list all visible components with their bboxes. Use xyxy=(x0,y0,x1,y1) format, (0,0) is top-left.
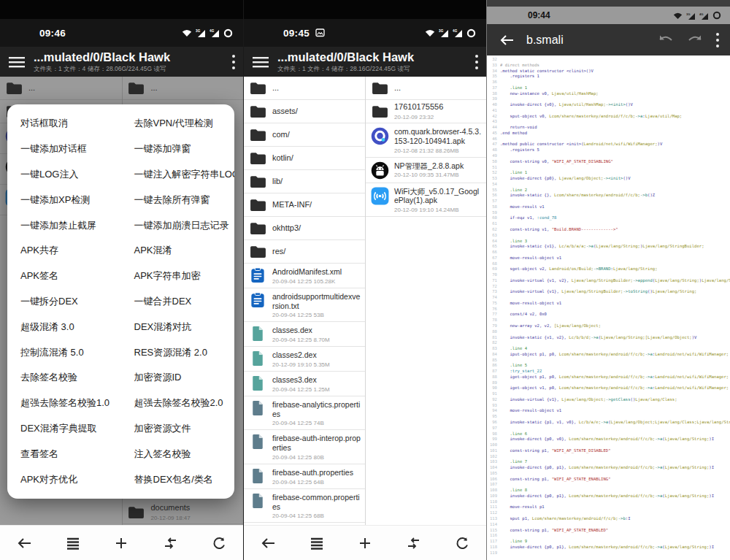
file-row[interactable]: classes2.dex20-12-09 19:10 5.35M xyxy=(244,347,365,372)
file-row[interactable]: firebase-auth-interop.properties20-09-04… xyxy=(244,430,365,464)
hamburger-menu-icon[interactable] xyxy=(253,56,269,68)
menu-item[interactable]: 一键拆分DEX xyxy=(20,289,121,314)
menu-item[interactable]: 替换DEX包名/类名 xyxy=(134,467,235,492)
menu-item[interactable]: APK对齐优化 xyxy=(20,467,121,492)
code-text: invoke-static {v1}, Lc/a/b/a/a;->a(Ljava… xyxy=(500,244,730,250)
kebab-menu-icon[interactable] xyxy=(474,54,479,70)
line-number: 35 xyxy=(487,74,500,80)
file-row[interactable]: classes.dex20-09-04 12:25 8.70M xyxy=(244,322,365,347)
menu-item[interactable]: 加密资源ID xyxy=(134,365,235,390)
menu-item[interactable]: 一键添加禁止截屏 xyxy=(20,213,121,238)
top-gray-strip xyxy=(487,0,730,7)
menu-item[interactable]: 注入签名校验 xyxy=(134,442,235,467)
back-icon[interactable] xyxy=(260,535,276,551)
line-number: 81 xyxy=(487,335,500,341)
menu-item[interactable]: 一键去除所有弹窗 xyxy=(134,188,235,212)
file-row[interactable]: res/ xyxy=(244,240,365,264)
photo-notification-icon xyxy=(315,28,325,37)
file-row[interactable]: 1761017555620-12-09 23:32 xyxy=(366,100,486,123)
code-text xyxy=(500,96,730,102)
menu-item[interactable]: APK共存 xyxy=(20,238,121,263)
menu-item[interactable]: 超级混淆 3.0 xyxy=(20,315,121,340)
file-meta: 20-12-08 21:32 88.26MB xyxy=(394,147,482,154)
menu-item[interactable]: 一键合并DEX xyxy=(134,289,235,314)
code-text xyxy=(500,318,730,323)
menu-item[interactable]: 去除VPN/代理检测 xyxy=(134,111,235,136)
menu-item[interactable]: APK混淆 xyxy=(134,238,235,263)
line-number: 85 xyxy=(487,358,500,364)
menu-item[interactable]: 超强去除签名校验1.0 xyxy=(20,391,121,415)
editor-app-bar: b.smali xyxy=(487,24,730,55)
file-row[interactable]: kotlin/ xyxy=(244,147,365,170)
redo-icon[interactable] xyxy=(686,33,704,47)
list-icon[interactable] xyxy=(65,535,81,551)
kebab-menu-icon[interactable] xyxy=(715,32,720,48)
file-row[interactable]: com/ xyxy=(244,123,365,147)
code-text: const-string p1, "WIFI_AP_STATE_DISABLED… xyxy=(500,448,730,454)
menu-item[interactable]: DEX混淆对抗 xyxy=(134,315,235,340)
code-line: 84 iput-object p1, p0, Lcom/share/master… xyxy=(487,352,730,358)
back-icon[interactable] xyxy=(499,32,515,48)
file-row[interactable]: assets/ xyxy=(244,100,365,123)
line-number: 46 xyxy=(487,137,500,142)
line-number: 77 xyxy=(487,312,500,318)
transfer-icon[interactable] xyxy=(162,535,178,551)
menu-item[interactable]: 一键注入解密字符串LOG xyxy=(134,162,235,187)
code-line: 35 .registers 1 xyxy=(487,74,730,80)
menu-item[interactable]: 一键添加崩溃日志记录 xyxy=(134,213,235,238)
status-bar: 09:44 3G 4G xyxy=(487,7,730,24)
menu-item[interactable]: 一键LOG注入 xyxy=(20,162,121,187)
battery-icon xyxy=(223,28,233,38)
file-row[interactable]: firebase-auth.properties20-09-04 12:25 6… xyxy=(244,464,365,489)
file-row[interactable]: ... xyxy=(366,77,486,100)
line-number: 56 xyxy=(487,193,500,199)
transfer-icon[interactable] xyxy=(405,535,421,551)
code-line: 83 .line 4 xyxy=(487,346,730,352)
refresh-icon[interactable] xyxy=(211,535,227,551)
hamburger-menu-icon[interactable] xyxy=(9,56,25,68)
svg-text:4G: 4G xyxy=(453,29,458,33)
file-row[interactable]: META-INF/ xyxy=(244,193,365,217)
code-line: 60 if-eqz v1, :cond_78 xyxy=(487,215,730,221)
code-line: 88 iget-object p1, p0, Lcom/share/master… xyxy=(487,375,730,380)
folder-icon xyxy=(250,199,266,212)
file-meta: 20-09-04 12:25 68B xyxy=(272,513,361,519)
menu-item[interactable]: 去除签名校验 xyxy=(20,365,121,390)
menu-item[interactable]: 一键添加对话框 xyxy=(20,137,121,161)
menu-item[interactable]: 一键添加弹窗 xyxy=(134,137,235,161)
file-row[interactable]: com.quark.browser-4.5.3.153-120-104941.a… xyxy=(366,123,486,158)
list-icon[interactable] xyxy=(309,535,325,551)
file-row[interactable]: okhttp3/ xyxy=(244,217,365,240)
menu-item[interactable]: DEX混淆字典提取 xyxy=(20,416,121,441)
menu-item[interactable]: 超强去除签名校验2.0 xyxy=(134,391,235,415)
kebab-menu-icon[interactable] xyxy=(231,54,236,70)
add-icon[interactable] xyxy=(357,535,373,551)
menu-item[interactable]: APK签名 xyxy=(20,264,121,288)
menu-item[interactable]: 对话框取消 xyxy=(20,111,121,136)
menu-item[interactable]: APK字符串加密 xyxy=(134,264,235,288)
file-row[interactable]: lib/ xyxy=(244,170,365,193)
back-icon[interactable] xyxy=(16,535,32,551)
file-row[interactable]: classes3.dex20-09-04 12:25 1.25M xyxy=(244,372,365,396)
menu-item[interactable]: 查看签名 xyxy=(20,442,121,467)
code-text: .line 2 xyxy=(500,188,730,193)
file-row[interactable]: androidsupportmultidexversion.txt20-09-0… xyxy=(244,288,365,323)
code-text: sget-object v2, Landroid/os/Build;->BRAN… xyxy=(500,266,730,272)
add-icon[interactable] xyxy=(113,535,129,551)
file-row[interactable]: AndroidManifest.xml20-09-04 12:25 105.28… xyxy=(244,264,365,288)
code-line: 36 xyxy=(487,80,730,85)
undo-icon[interactable] xyxy=(657,33,675,47)
menu-item[interactable]: 加密资源文件 xyxy=(134,416,235,441)
menu-item[interactable]: 控制流混淆 5.0 xyxy=(20,340,121,365)
file-row[interactable]: NP管理器_2.8.8.apk20-12-10 09:35 31.47MB xyxy=(366,158,486,183)
file-name: com.quark.browser-4.5.3.153-120-104941.a… xyxy=(394,127,482,146)
file-row[interactable]: ... xyxy=(244,77,365,100)
file-row[interactable]: WiFi大师_v5.0.17_GooglePlay(1).apk20-12-09… xyxy=(366,183,486,218)
code-editor[interactable]: 3233# direct methods34.method static con… xyxy=(487,55,730,560)
menu-item[interactable]: 一键添加XP检测 xyxy=(20,188,121,212)
file-row[interactable]: firebase-analytics.properties20-09-04 12… xyxy=(244,396,365,431)
code-line: 119 xyxy=(487,551,730,556)
menu-item[interactable]: RES资源混淆 2.0 xyxy=(134,340,235,365)
refresh-icon[interactable] xyxy=(454,535,470,551)
file-row[interactable]: firebase-common.properties20-09-04 12:25… xyxy=(244,489,365,523)
